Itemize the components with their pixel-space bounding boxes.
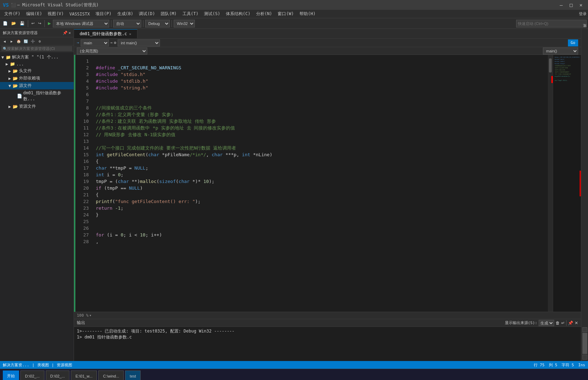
scrollbar-thumb[interactable] — [549, 58, 552, 72]
taskbar-item-1[interactable]: D:\02_... — [20, 370, 44, 380]
taskbar-item-3[interactable]: E:\01_w... — [71, 370, 97, 380]
output-header: 输出 显示输出来源(S): 生成 🗑 ↵ 📌 ✕ — [74, 319, 581, 327]
nav-breadcrumb-select[interactable]: main — [81, 39, 109, 46]
nav-bar: → main → ⚙ int main() Go — [74, 39, 581, 47]
debug-target-select[interactable]: 本地 Windows 调试器 — [53, 20, 109, 27]
status-tabs-label2[interactable]: 类视图 — [37, 362, 49, 368]
open-file-btn[interactable]: 📂 — [10, 20, 18, 27]
code-line-7 — [96, 98, 548, 104]
menu-arch[interactable]: 体系结构(C) — [223, 10, 253, 18]
undo-btn[interactable]: ↩ — [30, 20, 36, 27]
c-file-icon: 📄 — [17, 94, 22, 99]
solution-search-input[interactable] — [7, 46, 71, 51]
output-source-select[interactable]: 生成 — [539, 320, 554, 326]
menu-team[interactable]: 团队(M) — [158, 10, 180, 18]
code-line-22: printf("func getFileContent() err: "); — [96, 198, 548, 205]
right-scroll-thumb[interactable] — [582, 333, 587, 354]
zoom-dropdown[interactable]: ▾ — [89, 313, 92, 318]
goto-button[interactable]: Go — [568, 39, 578, 46]
title-bar: VS ⬛ — Microsoft Visual Studio(管理员) — □ … — [0, 0, 588, 10]
external-label: 外部依赖项 — [19, 75, 40, 81]
solution-explorer-header: 解决方案资源管理器 📌 ✕ — [0, 29, 74, 37]
menu-tools[interactable]: 工具(T) — [180, 10, 202, 18]
nav-function-select[interactable]: int main() — [118, 39, 160, 46]
refresh-btn[interactable]: 🔄 — [23, 38, 29, 44]
build-config-select[interactable]: Debug — [145, 20, 170, 27]
tree-item-external[interactable]: ▶ 📂 外部依赖项 — [0, 75, 74, 82]
nav-arrow-icon: → — [77, 40, 79, 45]
run-btn[interactable]: ▶ — [47, 20, 52, 27]
output-toolbar: 显示输出来源(S): 生成 🗑 ↵ 📌 ✕ — [505, 320, 578, 326]
status-tabs-label1[interactable]: 解决方案资... — [3, 362, 29, 368]
code-line-1 — [96, 58, 548, 64]
new-solution-btn[interactable]: ➕ — [30, 38, 36, 44]
active-tab[interactable]: dm01_指针做函数参数.c ✕ — [74, 29, 137, 38]
output-clear-btn[interactable]: 🗑 — [556, 321, 560, 325]
menu-file[interactable]: 文件(F) — [1, 10, 23, 18]
scope-select[interactable]: (全局范围) — [77, 48, 147, 55]
solution-label: 解决方案 " "(1 个... — [12, 54, 58, 60]
code-line-27: for (i = 0; i < 10; i++) — [96, 232, 548, 238]
status-tabs-label3[interactable]: 资源视图 — [57, 362, 72, 368]
menu-vassistx[interactable]: VASSISTX — [67, 11, 93, 17]
menu-bar: 文件(F) 编辑(E) 视图(V) VASSISTX 项目(P) 生成(B) 调… — [0, 10, 588, 18]
output-close-btn[interactable]: ✕ — [575, 321, 578, 325]
folder-icon: 📂 — [13, 69, 18, 74]
right-scroll-up[interactable] — [582, 327, 587, 332]
close-button[interactable]: ✕ — [577, 1, 585, 9]
tree-item-project[interactable]: ▶ 📁 ... — [0, 61, 74, 67]
taskbar: 开始 D:\02_... D:\02_... E:\01_w... C:\win… — [0, 369, 588, 380]
back-btn[interactable]: ◀ — [1, 38, 8, 44]
menu-view[interactable]: 视图(V) — [45, 10, 67, 18]
menu-build[interactable]: 生成(B) — [114, 10, 136, 18]
new-file-btn[interactable]: 📄 — [1, 20, 9, 27]
quick-search-input[interactable] — [516, 20, 587, 27]
search-icon: 🔍 — [3, 47, 7, 51]
redo-btn[interactable]: ↪ — [37, 20, 43, 27]
close-panel-icon[interactable]: ✕ — [68, 31, 71, 35]
tree-item-source[interactable]: ▼ 📂 源文件 — [0, 82, 74, 89]
pin-icon[interactable]: 📌 — [63, 31, 68, 35]
editor-area: dm01_指针做函数参数.c ✕ → main → ⚙ int main() G… — [74, 29, 581, 361]
menu-debug[interactable]: 调试(D) — [136, 10, 158, 18]
menu-help[interactable]: 帮助(H) — [297, 10, 318, 18]
minimize-button[interactable]: — — [557, 1, 565, 9]
toolbar: 📄 📂 💾 ↩ ↪ ▶ 本地 Windows 调试器 自动 Debug Win3… — [0, 18, 588, 29]
taskbar-item-5[interactable]: test — [125, 370, 141, 380]
menu-window[interactable]: 窗口(W) — [275, 10, 297, 18]
tree-item-solution[interactable]: ▼ 📁 解决方案 " "(1 个... — [0, 53, 74, 61]
menu-edit[interactable]: 编辑(E) — [23, 10, 45, 18]
maximize-button[interactable]: □ — [567, 1, 575, 9]
tree-item-resources[interactable]: ▶ 📂 资源文件 — [0, 103, 74, 110]
right-scroll-down[interactable] — [582, 355, 587, 360]
ext-icon: 📂 — [13, 76, 18, 81]
scope-func-select[interactable]: main() — [543, 48, 578, 55]
code-line-4: #include "stdlib.h" — [96, 78, 548, 84]
project-icon: 📁 — [10, 62, 15, 66]
platform-select[interactable]: Win32 — [174, 20, 195, 27]
menu-analyze[interactable]: 分析(N) — [253, 10, 275, 18]
code-content[interactable]: #define _CRT_SECURE_NO_WARNINGS #include… — [92, 55, 548, 312]
tab-close-btn[interactable]: ✕ — [129, 32, 131, 36]
vertical-scrollbar[interactable] — [548, 55, 553, 312]
home-btn[interactable]: 🏠 — [16, 38, 22, 44]
taskbar-item-2[interactable]: D:\02_... — [46, 370, 70, 380]
menu-test[interactable]: 测试(S) — [201, 10, 223, 18]
line-numbers: 12345 678910 1112131415 1617181920 21222… — [74, 55, 92, 248]
code-editor-container: 12345 678910 1112131415 1617181920 21222… — [74, 55, 581, 312]
output-pin-btn[interactable]: 📌 — [568, 321, 573, 325]
title-text: — Microsoft Visual Studio(管理员) — [17, 2, 557, 8]
menu-project[interactable]: 项目(P) — [93, 10, 114, 18]
output-wrap-btn[interactable]: ↵ — [561, 321, 565, 325]
status-sep1: | — [32, 363, 35, 367]
forward-btn[interactable]: ▶ — [8, 38, 15, 44]
properties-btn[interactable]: ⚙ — [37, 38, 43, 44]
save-btn[interactable]: 💾 — [18, 20, 26, 27]
start-button[interactable]: 开始 — [3, 370, 19, 380]
login-button[interactable]: 登录 — [579, 11, 587, 17]
source-label: 源文件 — [19, 83, 32, 89]
config-select[interactable]: 自动 — [113, 20, 141, 27]
taskbar-item-4[interactable]: C:\wind... — [98, 370, 124, 380]
tree-item-headers[interactable]: ▶ 📂 头文件 — [0, 67, 74, 75]
tree-item-main-file[interactable]: 📄 dm01_指针做函数参数... — [0, 89, 74, 103]
